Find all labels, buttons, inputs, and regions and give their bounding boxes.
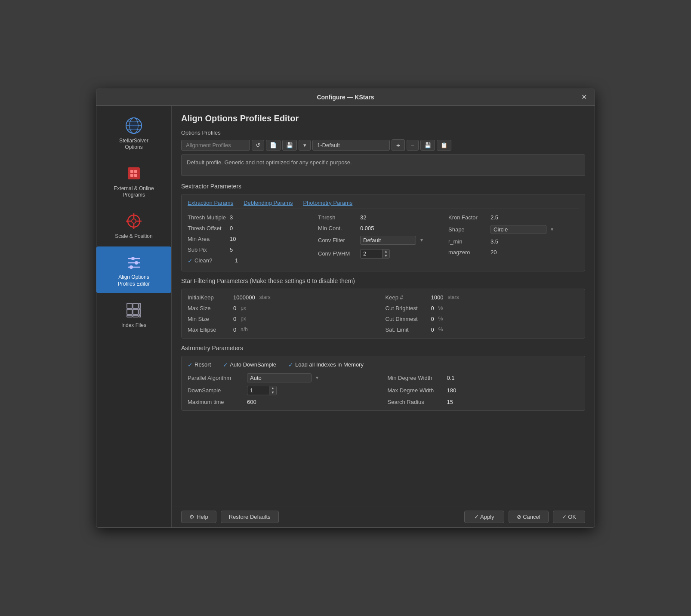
sidebar-item-index[interactable]: Index Files [96,295,171,334]
sidebar-label-external: External & Online Programs [114,185,154,199]
svg-rect-10 [134,174,137,177]
satlimit-value: 0 [431,326,434,333]
remove-profile-button[interactable]: − [407,140,419,151]
profile-description: Default profile. Generic and not optimiz… [181,154,585,176]
sidebar: StellarSolver Options External & Online … [96,106,172,527]
svg-rect-31 [139,315,141,317]
keep-label: Keep # [386,294,429,301]
downsample-spinbox-arrows: ▲ ▼ [269,386,276,395]
sidebar-item-scale[interactable]: Scale & Position [96,206,171,245]
sub-pix-label: Sub Pix [188,246,226,253]
astrometry-checkboxes: ✓ Resort ✓ Auto DownSample ✓ Load all In… [188,361,579,368]
tab-extraction[interactable]: Extraction Params [188,200,233,206]
bottom-right: ✓ Apply ⊘ Cancel ✓ OK [464,511,585,523]
sidebar-item-align[interactable]: Align Options Profiles Editor [96,246,171,293]
tab-photometry[interactable]: Photometry Params [303,200,352,206]
cutbright-unit: % [438,305,443,311]
cutbright-value: 0 [431,305,434,311]
sidebar-label-scale: Scale & Position [115,233,152,240]
satlimit-label: Sat. Limit [386,326,429,333]
help-button[interactable]: ⚙ Help [181,511,216,523]
minsize-unit: px [241,316,246,322]
clean-checkbox-icon: ✓ [188,257,193,264]
svg-rect-23 [127,303,132,308]
thresh-multiple-value: 3 [230,214,233,221]
autods-checkbox-row: ✓ Auto DownSample [223,361,276,368]
loadindex-label: Load all Indexes in Memory [295,361,364,368]
downsample-row: DownSample ▲ ▼ [188,386,379,395]
conv-fwhm-label: Conv FWHM [318,250,357,257]
ok-button[interactable]: ✓ OK [553,511,585,523]
r-min-label: r_min [448,238,487,245]
min-degree-row: Min Degree Width 0.1 [388,373,579,382]
kron-factor-label: Kron Factor [448,214,487,221]
downsample-down[interactable]: ▼ [269,391,276,395]
downsample-input[interactable] [247,386,269,394]
kron-factor-value: 2.5 [490,214,498,221]
shape-select[interactable]: Circle [490,225,546,234]
cutdimmest-unit: % [438,316,443,322]
astrometry-params: Parallel Algorithm Auto ▾ Min Degree Wid… [188,373,579,405]
cancel-button[interactable]: ⊘ Cancel [509,511,549,523]
close-button[interactable]: ✕ [579,92,589,102]
keep-value: 1000 [431,294,444,301]
maxellipse-label: Max Ellipse [188,326,231,333]
filter-row-maxsize: Max Size 0 px [188,305,381,311]
magzero-label: magzero [448,249,487,256]
restore-defaults-button[interactable]: Restore Defaults [221,511,279,523]
svg-point-12 [132,219,136,223]
shape-label: Shape [448,226,487,233]
svg-point-5 [130,121,138,130]
autods-check-icon: ✓ [223,361,228,368]
sliders-icon [123,252,144,272]
page-title: Align Options Profiles Editor [181,114,585,123]
loadindex-check-icon: ✓ [288,361,293,368]
parallel-alg-select[interactable]: Auto [247,373,312,382]
resort-label: Resort [194,361,211,368]
max-time-label: Maximum time [188,399,244,405]
initialkeep-value: 1000000 [233,294,255,301]
spinbox-up[interactable]: ▲ [383,249,389,254]
clean-label: Clean? [194,257,233,264]
conv-filter-select[interactable]: Default [360,236,416,245]
svg-rect-25 [139,303,141,308]
profile-select[interactable]: 1-Default [312,140,390,151]
maxellipse-unit: a/b [241,326,248,333]
minsize-value: 0 [233,316,236,322]
downsample-up[interactable]: ▲ [269,386,276,391]
apply-button[interactable]: ✓ Apply [464,511,504,523]
dropdown-arrow-button[interactable]: ▾ [299,140,311,151]
sextractor-section: Extraction Params Deblending Params Phot… [181,194,585,271]
conv-fwhm-input[interactable] [361,249,382,258]
sidebar-item-stellarsolver[interactable]: StellarSolver Options [96,110,171,156]
sidebar-item-external[interactable]: External & Online Programs [96,158,171,204]
min-degree-value: 0.1 [447,375,455,381]
min-degree-label: Min Degree Width [388,375,444,381]
magzero-value: 20 [490,249,497,256]
max-time-value: 600 [247,399,256,405]
search-radius-label: Search Radius [388,399,444,405]
spinbox-arrows: ▲ ▼ [382,249,389,258]
save-button[interactable]: 💾 [282,140,297,151]
copy-profile-button[interactable]: 📋 [437,140,451,151]
r-min-value: 3.5 [490,238,498,245]
svg-rect-29 [127,315,132,317]
refresh-button[interactable]: ↺ [252,140,264,151]
thresh-offset-label: Thresh Offset [188,225,226,231]
load-button[interactable]: 📄 [266,140,281,151]
spinbox-down[interactable]: ▼ [383,254,389,258]
astrometry-header: Astrometry Parameters [181,345,585,351]
save-profile-button[interactable]: 💾 [420,140,435,151]
maxellipse-value: 0 [233,326,236,333]
resort-check-icon: ✓ [188,361,193,368]
alignment-profiles-dropdown[interactable]: Alignment Profiles [181,140,250,151]
main-panel: Align Options Profiles Editor Options Pr… [172,106,595,506]
add-profile-button[interactable]: + [392,139,405,151]
maxsize-label: Max Size [188,305,231,311]
window-title: Configure — KStars [112,94,579,101]
extraction-col: Thresh Multiple 3 Thresh Offset 0 Min Ar… [188,214,318,266]
svg-point-22 [130,265,133,269]
photometry-col: Kron Factor 2.5 Shape Circle ▾ [448,214,579,266]
min-area-label: Min Area [188,236,226,242]
tab-deblending[interactable]: Deblending Params [244,200,293,206]
